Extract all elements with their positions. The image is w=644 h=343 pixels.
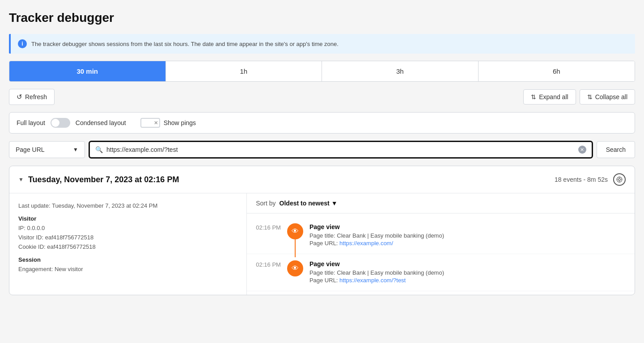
session-collapse-icon[interactable]: ▼: [18, 176, 24, 183]
session-info: Last update: Tuesday, November 7, 2023 a…: [9, 193, 247, 295]
time-tabs: 30 min 1h 3h 6h: [9, 61, 635, 82]
search-row: Page URL ▼ 🔍 ✕ Search: [9, 141, 635, 159]
search-icon: 🔍: [95, 146, 103, 153]
session-header: ▼ Tuesday, November 7, 2023 at 02:16 PM …: [9, 166, 635, 193]
event-page-url-link[interactable]: https://example.com/?test: [339, 277, 406, 284]
info-banner: i The tracker debugger shows sessions fr…: [9, 34, 635, 54]
event-page-title: Page title: Clear Bank | Easy mobile ban…: [309, 232, 626, 239]
event-time: 02:16 PM: [256, 260, 281, 268]
page-title: Tracker debugger: [9, 11, 635, 25]
svg-point-1: [619, 179, 621, 181]
filter-select-label: Page URL: [16, 146, 45, 153]
session-date: Tuesday, November 7, 2023 at 02:16 PM: [28, 175, 179, 184]
last-update-row: Last update: Tuesday, November 7, 2023 a…: [18, 202, 237, 209]
expand-all-button[interactable]: ⇅ Expand all: [523, 89, 576, 105]
target-icon[interactable]: [613, 173, 626, 186]
show-pings-x-icon: ✕: [154, 120, 158, 126]
event-content: Page view Page title: Clear Bank | Easy …: [309, 223, 626, 247]
collapse-all-button[interactable]: ⇅ Collapse all: [580, 89, 635, 105]
sort-by-label: Sort by: [256, 200, 275, 207]
sort-chevron-icon: ▼: [331, 200, 338, 207]
session-header-right: 18 events - 8m 52s: [555, 173, 626, 186]
toolbar: ↺ Refresh ⇅ Expand all ⇅ Collapse all: [9, 89, 635, 105]
visitor-ip: IP: 0.0.0.0: [18, 225, 237, 231]
chevron-down-icon: ▼: [73, 146, 78, 153]
session-card: ▼ Tuesday, November 7, 2023 at 02:16 PM …: [9, 166, 635, 295]
cookie-id: Cookie ID: eaf418f756772518: [18, 243, 237, 250]
event-page-url: Page URL: https://example.com/?test: [309, 277, 626, 284]
event-page-title: Page title: Clear Bank | Easy mobile ban…: [309, 269, 626, 276]
info-icon: i: [18, 39, 27, 48]
layout-toggle[interactable]: [51, 118, 70, 128]
event-title: Page view: [309, 260, 626, 268]
search-button[interactable]: Search: [597, 141, 635, 158]
condensed-layout-label: Condensed layout: [76, 119, 126, 126]
event-connector-line: [295, 239, 296, 257]
event-page-url-link[interactable]: https://example.com/: [339, 240, 393, 247]
tab-30min[interactable]: 30 min: [9, 61, 166, 81]
eye-icon: 👁: [292, 227, 299, 235]
expand-collapse-group: ⇅ Expand all ⇅ Collapse all: [523, 89, 635, 105]
eye-icon: 👁: [292, 264, 299, 272]
event-title: Page view: [309, 223, 626, 230]
session-heading: Session: [18, 256, 237, 263]
search-input[interactable]: [106, 146, 575, 153]
layout-bar: Full layout Condensed layout ✕ Show ping…: [9, 112, 635, 134]
filter-select[interactable]: Page URL ▼: [9, 141, 85, 158]
event-icon-pageview: 👁: [287, 260, 303, 276]
refresh-icon: ↺: [17, 93, 22, 101]
event-icon-wrap: 👁: [287, 260, 303, 276]
visitor-heading: Visitor: [18, 215, 237, 222]
expand-all-icon: ⇅: [531, 93, 536, 100]
session-header-left: ▼ Tuesday, November 7, 2023 at 02:16 PM: [18, 175, 179, 184]
event-icon-wrap: 👁: [287, 223, 303, 239]
session-body: Last update: Tuesday, November 7, 2023 a…: [9, 193, 635, 295]
tab-6h[interactable]: 6h: [479, 61, 635, 81]
event-item: 02:16 PM 👁 Page view Page title: Clear B…: [247, 254, 635, 291]
search-input-wrapper: 🔍 ✕: [89, 141, 593, 159]
event-page-url: Page URL: https://example.com/: [309, 240, 626, 247]
session-events-count: 18 events - 8m 52s: [555, 176, 608, 183]
sort-dropdown[interactable]: Oldest to newest ▼: [280, 200, 338, 207]
events-panel: Sort by Oldest to newest ▼ 02:16 PM 👁: [247, 193, 635, 295]
toggle-knob: [51, 119, 59, 127]
tab-1h[interactable]: 1h: [166, 61, 322, 81]
info-banner-text: The tracker debugger shows sessions from…: [31, 41, 339, 47]
tab-3h[interactable]: 3h: [322, 61, 479, 81]
show-pings-label: Show pings: [164, 119, 196, 126]
engagement-row: Engagement: New visitor: [18, 266, 237, 272]
event-list: 02:16 PM 👁 Page view Page title: Clear: [247, 213, 635, 295]
event-icon-pageview: 👁: [287, 223, 303, 239]
show-pings-toggle[interactable]: ✕: [140, 118, 160, 128]
event-item: 02:16 PM 👁 Page view Page title: Clear: [247, 217, 635, 254]
refresh-button[interactable]: ↺ Refresh: [9, 89, 55, 105]
event-time: 02:16 PM: [256, 223, 281, 231]
event-content: Page view Page title: Clear Bank | Easy …: [309, 260, 626, 284]
sort-bar: Sort by Oldest to newest ▼: [247, 193, 635, 213]
full-layout-label: Full layout: [17, 119, 45, 126]
visitor-id: Visitor ID: eaf418f756772518: [18, 234, 237, 241]
clear-input-button[interactable]: ✕: [578, 146, 586, 154]
collapse-all-icon: ⇅: [587, 93, 593, 100]
